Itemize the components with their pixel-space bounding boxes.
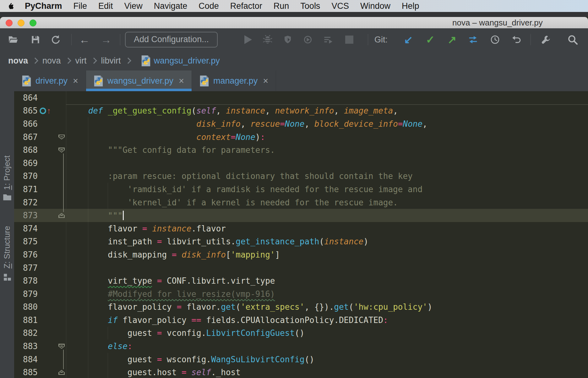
gutter — [38, 157, 66, 170]
zoom-window-button[interactable] — [30, 19, 36, 26]
code-text[interactable]: 'kernel_id' if a kernel is needed for th… — [66, 198, 398, 207]
code-line-869: 869 — [14, 157, 588, 170]
code-text[interactable]: else: — [66, 342, 133, 351]
code-text[interactable]: guest = vconfig.LibvirtConfigGuest() — [66, 328, 304, 338]
tab-wangsu_driver.py[interactable]: wangsu_driver.py× — [86, 70, 192, 91]
toolbar-separator — [531, 34, 531, 45]
code-text[interactable]: guest = wsconfig.WangSuLibvirtConfig() — [66, 355, 314, 364]
git-merge-icon[interactable] — [468, 34, 478, 45]
project-folder-icon[interactable] — [3, 193, 12, 203]
fold-marker-icon[interactable] — [58, 213, 65, 218]
rollback-undo-icon[interactable] — [511, 35, 522, 45]
code-text[interactable]: guest.host = self._host — [66, 368, 241, 377]
back-icon[interactable]: ← — [79, 34, 90, 45]
code-text[interactable]: disk_mapping = disk_info['mapping'] — [66, 250, 280, 259]
menu-item-help[interactable]: Help — [402, 1, 419, 11]
fold-marker-icon[interactable] — [58, 147, 65, 153]
close-tab-icon[interactable]: × — [263, 76, 268, 86]
run-icon[interactable] — [244, 35, 252, 44]
add-configuration-button[interactable]: Add Configuration... — [125, 32, 218, 47]
python-file-icon — [199, 75, 209, 87]
forward-icon[interactable]: → — [101, 34, 112, 45]
close-tab-icon[interactable]: × — [179, 76, 184, 86]
code-text[interactable]: def _get_guest_config(self, instance, ne… — [66, 106, 398, 115]
python-file-icon — [22, 75, 31, 87]
line-number: 882 — [14, 328, 38, 338]
line-number: 873 — [14, 211, 38, 220]
code-text[interactable]: context=None): — [66, 132, 265, 142]
menu-item-tools[interactable]: Tools — [300, 1, 320, 11]
git-commit-check-icon[interactable]: ✓ — [426, 34, 435, 45]
indent-guide — [108, 183, 108, 209]
code-text[interactable]: """Get config data for parameters. — [66, 145, 275, 155]
rerun-icon[interactable] — [303, 35, 313, 45]
code-text[interactable]: virt_type = CONF.libvirt.virt_type — [66, 276, 275, 286]
code-line-870: 870 :param rescue: optional dictionary t… — [14, 170, 588, 183]
code-editor[interactable]: 864865↑ def _get_guest_config(self, inst… — [14, 91, 588, 378]
menu-item-file[interactable]: File — [74, 1, 87, 11]
save-all-icon[interactable] — [30, 35, 41, 45]
fold-marker-icon[interactable] — [58, 135, 65, 140]
code-text[interactable]: """ — [66, 211, 124, 220]
fold-range-line — [63, 153, 64, 212]
menu-item-run[interactable]: Run — [274, 1, 289, 11]
code-text[interactable]: flavor = instance.flavor — [66, 224, 226, 233]
code-text[interactable]: #Modifyed for live_resize(vmp-916) — [66, 289, 275, 299]
code-text[interactable]: :param rescue: optional dictionary that … — [66, 171, 413, 181]
menu-item-navigate[interactable]: Navigate — [154, 1, 188, 11]
git-push-icon[interactable]: ↗ — [448, 34, 457, 45]
menu-item-code[interactable]: Code — [199, 1, 219, 11]
tab-driver.py[interactable]: driver.py× — [14, 70, 86, 91]
code-text[interactable]: inst_path = libvirt_utils.get_instance_p… — [66, 237, 368, 246]
settings-wrench-icon[interactable] — [541, 35, 551, 45]
menu-item-view[interactable]: View — [124, 1, 143, 11]
breadcrumb-item-libvirt-3[interactable]: libvirt — [101, 56, 121, 66]
window-title-bar[interactable]: nova – wangsu_driver.py — [0, 17, 588, 29]
profiler-icon[interactable] — [323, 35, 333, 45]
sidebar-item-structure[interactable]: Z: Structure — [0, 212, 14, 269]
history-clock-icon[interactable] — [490, 35, 500, 45]
macos-menu-bar: PyCharmFileEditViewNavigateCodeRefactorR… — [0, 0, 588, 12]
menu-item-pycharm[interactable]: PyCharm — [25, 1, 62, 11]
gutter — [38, 143, 66, 157]
sidebar-item-project[interactable]: 1: Project — [0, 148, 14, 190]
breadcrumb-item-nova-1[interactable]: nova — [42, 56, 61, 66]
code-text[interactable]: disk_info, rescue=None, block_device_inf… — [66, 119, 427, 129]
code-line-871: 871 'ramdisk_id' if a ramdisk is needed … — [14, 183, 588, 196]
minimize-window-button[interactable] — [18, 19, 24, 26]
menu-item-vcs[interactable]: VCS — [331, 1, 349, 11]
code-text[interactable]: if flavor_policy == fields.CPUAllocation… — [66, 315, 388, 325]
debug-bug-icon[interactable] — [263, 35, 273, 45]
code-line-885: 885 guest.host = self._host — [14, 366, 588, 378]
menu-item-refactor[interactable]: Refactor — [230, 1, 262, 11]
code-line-875: 875 inst_path = libvirt_utils.get_instan… — [14, 235, 588, 248]
run-with-coverage-icon[interactable] — [283, 35, 292, 44]
override-method-icon[interactable]: ↑ — [40, 107, 51, 115]
fold-marker-icon[interactable] — [58, 370, 65, 375]
apple-icon[interactable] — [8, 3, 15, 10]
chevron-right-icon — [65, 58, 71, 64]
close-tab-icon[interactable]: × — [73, 76, 78, 86]
search-everywhere-icon[interactable] — [567, 34, 578, 45]
open-file-icon[interactable] — [8, 34, 19, 45]
line-number: 883 — [14, 342, 38, 351]
tab-manager.py[interactable]: manager.py× — [192, 70, 276, 91]
menu-item-edit[interactable]: Edit — [98, 1, 113, 11]
stop-icon[interactable] — [345, 36, 353, 44]
line-number: 869 — [14, 158, 38, 168]
synchronize-icon[interactable] — [50, 34, 61, 45]
git-update-pull-icon[interactable]: ↙ — [404, 34, 413, 45]
gutter — [38, 261, 66, 275]
gutter — [38, 248, 66, 261]
close-window-button[interactable] — [6, 19, 13, 26]
structure-icon[interactable] — [3, 273, 11, 283]
breadcrumb-item-file[interactable]: wangsu_driver.py — [154, 56, 220, 66]
code-text[interactable]: 'ramdisk_id' if a ramdisk is needed for … — [66, 185, 422, 194]
breadcrumb-item-nova-root[interactable]: nova — [8, 56, 28, 66]
code-text[interactable]: flavor_policy = flavor.get('extra_specs'… — [66, 302, 432, 312]
fold-marker-icon[interactable] — [58, 344, 65, 349]
menu-item-window[interactable]: Window — [360, 1, 390, 11]
code-line-879: 879 #Modifyed for live_resize(vmp-916) — [14, 287, 588, 301]
breadcrumb-item-virt-2[interactable]: virt — [75, 56, 87, 66]
gutter — [38, 366, 66, 378]
